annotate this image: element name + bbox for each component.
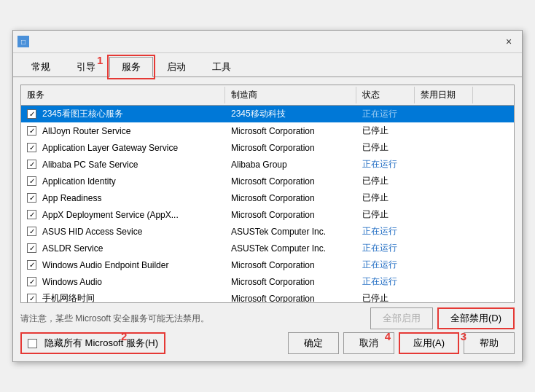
- checkbox-1[interactable]: [27, 126, 36, 136]
- table-row[interactable]: Windows Audio Microsoft Corporation 正在运行: [21, 273, 514, 290]
- cell-date-0: [415, 106, 473, 122]
- cell-date-2: [415, 140, 473, 155]
- tab-tools[interactable]: 工具: [200, 57, 243, 77]
- tab-general[interactable]: 常规: [19, 57, 63, 77]
- bottom-row: 隐藏所有 Microsoft 服务(H) 确定 取消 应用(A) 帮助: [20, 332, 515, 354]
- apply-button[interactable]: 应用(A): [399, 332, 459, 354]
- window-icon: □: [17, 36, 29, 47]
- tab-startup[interactable]: 启动: [155, 57, 198, 77]
- cell-vendor-8: ASUSTek Computer Inc.: [225, 240, 356, 256]
- cell-date-10: [415, 274, 473, 289]
- main-window: □ × 常规 引导 服务 启动 工具 服务 制造商 状态 禁用日期: [12, 30, 523, 362]
- table-header: 服务 制造商 状态 禁用日期: [21, 85, 514, 106]
- disable-all-button[interactable]: 全部禁用(D): [437, 307, 515, 329]
- cell-name-1: AllJoyn Router Service: [21, 123, 225, 138]
- cell-vendor-6: Microsoft Corporation: [225, 207, 356, 222]
- tab-boot[interactable]: 引导: [64, 57, 108, 77]
- scrollbar-header-spacer: [473, 87, 485, 103]
- hide-ms-label: 隐藏所有 Microsoft 服务(H): [44, 337, 158, 350]
- cell-date-8: [415, 240, 473, 256]
- col-date: 禁用日期: [415, 87, 473, 103]
- tab-services[interactable]: 服务: [109, 57, 153, 77]
- col-vendor: 制造商: [225, 87, 356, 103]
- table-row[interactable]: ASUS HID Access Sevice ASUSTek Computer …: [21, 223, 514, 240]
- table-body[interactable]: 2345看图王核心服务 2345移动科技 正在运行 AllJoyn Router…: [21, 106, 514, 302]
- cell-name-10: Windows Audio: [21, 274, 225, 289]
- table-row[interactable]: App Readiness Microsoft Corporation 已停止: [21, 189, 514, 206]
- cell-status-2: 已停止: [356, 140, 415, 155]
- table-row[interactable]: 2345看图王核心服务 2345移动科技 正在运行: [21, 106, 514, 122]
- content-area: 服务 制造商 状态 禁用日期 2345看图王核心服务 2345移动科技 正在运行: [13, 77, 522, 361]
- cell-status-11: 已停止: [356, 291, 415, 302]
- cell-date-3: [415, 157, 473, 172]
- cell-date-7: [415, 224, 473, 239]
- cell-date-11: [415, 291, 473, 302]
- checkbox-0[interactable]: [27, 109, 36, 119]
- hide-ms-services-container: 隐藏所有 Microsoft 服务(H): [20, 332, 165, 354]
- cell-status-5: 已停止: [356, 190, 415, 205]
- table-row[interactable]: ASLDR Service ASUSTek Computer Inc. 正在运行: [21, 240, 514, 256]
- cell-name-9: Windows Audio Endpoint Builder: [21, 257, 225, 273]
- cell-date-9: [415, 257, 473, 273]
- close-button[interactable]: ×: [500, 34, 518, 50]
- col-status: 状态: [356, 87, 415, 103]
- col-service: 服务: [21, 87, 225, 103]
- cell-status-8: 正在运行: [356, 240, 415, 256]
- checkbox-3[interactable]: [27, 160, 36, 169]
- table-row[interactable]: Alibaba PC Safe Service Alibaba Group 正在…: [21, 156, 514, 173]
- table-row[interactable]: AppX Deployment Service (AppX... Microso…: [21, 206, 514, 223]
- cell-vendor-11: Microsoft Corporation: [225, 291, 356, 302]
- checkbox-2[interactable]: [27, 143, 36, 152]
- cell-status-3: 正在运行: [356, 157, 415, 172]
- cell-vendor-7: ASUSTek Computer Inc.: [225, 224, 356, 239]
- tabs-bar: 常规 引导 服务 启动 工具: [13, 53, 522, 77]
- cell-date-6: [415, 207, 473, 222]
- cell-vendor-2: Microsoft Corporation: [225, 140, 356, 155]
- checkbox-10[interactable]: [27, 277, 36, 286]
- action-buttons: 全部启用 全部禁用(D): [370, 307, 515, 329]
- cell-status-6: 已停止: [356, 207, 415, 222]
- cell-vendor-5: Microsoft Corporation: [225, 190, 356, 205]
- cell-status-10: 正在运行: [356, 274, 415, 289]
- table-row[interactable]: AllJoyn Router Service Microsoft Corpora…: [21, 122, 514, 139]
- checkbox-6[interactable]: [27, 210, 36, 219]
- services-table-container: 服务 制造商 状态 禁用日期 2345看图王核心服务 2345移动科技 正在运行: [20, 85, 515, 303]
- cell-vendor-4: Microsoft Corporation: [225, 173, 356, 189]
- cell-status-7: 正在运行: [356, 224, 415, 239]
- cell-name-6: AppX Deployment Service (AppX...: [21, 207, 225, 222]
- table-row[interactable]: Windows Audio Endpoint Builder Microsoft…: [21, 256, 514, 273]
- help-button[interactable]: 帮助: [464, 332, 515, 354]
- checkbox-4[interactable]: [27, 176, 36, 186]
- checkbox-9[interactable]: [27, 260, 36, 270]
- hide-ms-checkbox[interactable]: [28, 339, 37, 348]
- checkbox-7[interactable]: [27, 227, 36, 236]
- checkbox-8[interactable]: [27, 243, 36, 253]
- cell-name-4: Application Identity: [21, 173, 225, 189]
- title-bar: □ ×: [13, 31, 522, 53]
- enable-all-button[interactable]: 全部启用: [370, 307, 433, 329]
- cell-name-3: Alibaba PC Safe Service: [21, 157, 225, 172]
- cell-name-7: ASUS HID Access Sevice: [21, 224, 225, 239]
- cell-date-5: [415, 190, 473, 205]
- ok-button[interactable]: 确定: [288, 332, 339, 354]
- cell-name-11: 手机网络时间: [21, 291, 225, 302]
- cancel-button[interactable]: 取消: [343, 332, 394, 354]
- cell-vendor-1: Microsoft Corporation: [225, 123, 356, 138]
- cell-vendor-3: Alibaba Group: [225, 157, 356, 172]
- cell-status-4: 已停止: [356, 173, 415, 189]
- cell-date-4: [415, 173, 473, 189]
- cell-name-5: App Readiness: [21, 190, 225, 205]
- cell-status-0: 正在运行: [356, 106, 415, 122]
- table-row[interactable]: Application Layer Gateway Service Micros…: [21, 139, 514, 156]
- cell-vendor-10: Microsoft Corporation: [225, 274, 356, 289]
- note-action-row: 请注意，某些 Microsoft 安全服务可能无法禁用。 全部启用 全部禁用(D…: [20, 307, 515, 329]
- title-bar-left: □: [17, 36, 29, 47]
- bottom-buttons: 确定 取消 应用(A) 帮助: [288, 332, 515, 354]
- checkbox-11[interactable]: [27, 294, 36, 302]
- table-row[interactable]: Application Identity Microsoft Corporati…: [21, 173, 514, 189]
- cell-vendor-9: Microsoft Corporation: [225, 257, 356, 273]
- checkbox-5[interactable]: [27, 193, 36, 203]
- cell-name-2: Application Layer Gateway Service: [21, 140, 225, 155]
- note-text: 请注意，某些 Microsoft 安全服务可能无法禁用。: [20, 313, 209, 325]
- table-row[interactable]: 手机网络时间 Microsoft Corporation 已停止: [21, 290, 514, 302]
